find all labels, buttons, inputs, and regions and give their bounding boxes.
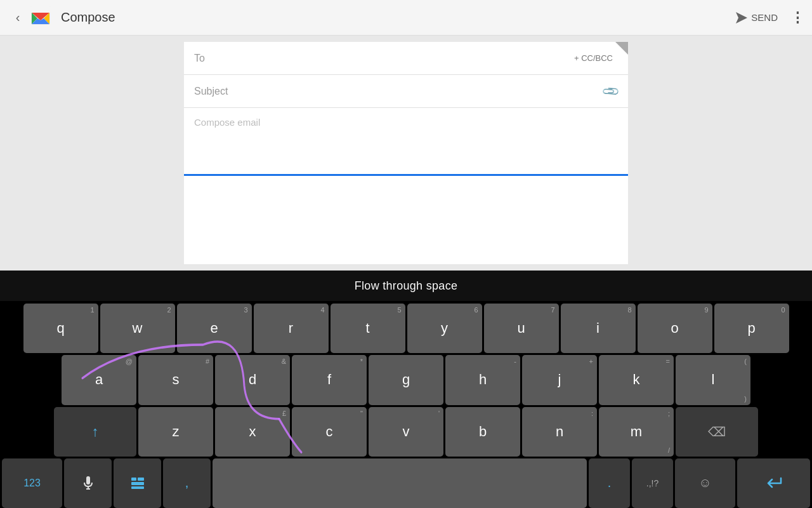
key-s[interactable]: #s bbox=[138, 355, 213, 404]
keyboard-keys: 1q 2w 3e 4r 5t 6y 7u 8i 9o 0p @a #s &d *… bbox=[0, 301, 812, 508]
key-t[interactable]: 5t bbox=[331, 304, 405, 353]
key-v[interactable]: 'v bbox=[369, 407, 443, 457]
emoji-key[interactable]: ☺ bbox=[675, 458, 735, 508]
attach-icon[interactable]: 📎 bbox=[601, 81, 620, 101]
key-row-3: ↑ z £x "c 'v b :n ;m/ ⌫ bbox=[2, 407, 810, 457]
to-input[interactable] bbox=[194, 44, 569, 73]
swipe-hint-bar: Flow through space bbox=[0, 271, 812, 301]
to-field-row: + CC/BCC bbox=[184, 42, 628, 75]
key-p[interactable]: 0p bbox=[714, 304, 789, 353]
svg-rect-7 bbox=[86, 476, 90, 485]
key-d[interactable]: &d bbox=[215, 355, 290, 404]
key-w[interactable]: 2w bbox=[100, 304, 175, 353]
key-e[interactable]: 3e bbox=[177, 304, 252, 353]
layout-icon bbox=[131, 478, 144, 489]
key-u[interactable]: 7u bbox=[484, 304, 559, 353]
key-k[interactable]: =k bbox=[599, 355, 674, 404]
cc-bcc-button[interactable]: + CC/BCC bbox=[569, 51, 618, 65]
back-button[interactable]: ‹ bbox=[8, 8, 28, 28]
mic-key[interactable] bbox=[64, 458, 112, 508]
key-n[interactable]: :n bbox=[522, 407, 597, 457]
svg-rect-10 bbox=[131, 478, 136, 481]
numbers-key[interactable]: 123 bbox=[2, 458, 62, 508]
svg-marker-6 bbox=[736, 12, 747, 23]
key-o[interactable]: 9o bbox=[638, 304, 712, 353]
key-r[interactable]: 4r bbox=[254, 304, 329, 353]
subject-input[interactable] bbox=[194, 77, 604, 106]
more-options-button[interactable]: ⋮ bbox=[790, 10, 804, 26]
key-g[interactable]: g bbox=[369, 355, 443, 404]
body-field-row bbox=[184, 108, 628, 176]
key-row-4: 123 bbox=[2, 458, 810, 508]
key-x[interactable]: £x bbox=[215, 407, 290, 457]
key-q[interactable]: 1q bbox=[23, 304, 98, 353]
keyboard-area: Flow through space 1q 2w 3e 4r 5t 6y 7u … bbox=[0, 271, 812, 508]
send-label: SEND bbox=[751, 12, 778, 23]
key-l[interactable]: (l) bbox=[676, 355, 750, 404]
symbols-key[interactable]: .,!? bbox=[632, 458, 673, 508]
compose-card: + CC/BCC 📎 bbox=[184, 42, 628, 264]
key-a[interactable]: @a bbox=[62, 355, 136, 404]
body-input[interactable] bbox=[194, 108, 618, 171]
mic-icon bbox=[83, 476, 93, 490]
top-bar: ‹ Compose SEND ⋮ bbox=[0, 0, 812, 36]
send-icon bbox=[736, 12, 747, 23]
key-f[interactable]: *f bbox=[292, 355, 367, 404]
gmail-icon bbox=[28, 5, 53, 30]
svg-rect-11 bbox=[138, 478, 144, 481]
key-row-1: 1q 2w 3e 4r 5t 6y 7u 8i 9o 0p bbox=[2, 304, 810, 353]
comma-key[interactable]: , bbox=[163, 458, 211, 508]
key-m[interactable]: ;m/ bbox=[599, 407, 674, 457]
compose-area: + CC/BCC 📎 bbox=[0, 36, 812, 271]
svg-rect-12 bbox=[131, 482, 144, 485]
key-i[interactable]: 8i bbox=[561, 304, 636, 353]
shift-key[interactable]: ↑ bbox=[54, 407, 136, 457]
layout-key[interactable] bbox=[114, 458, 161, 508]
numbers-label: 123 bbox=[23, 478, 41, 489]
period-key[interactable]: . bbox=[589, 458, 630, 508]
backspace-key[interactable]: ⌫ bbox=[676, 407, 758, 457]
svg-rect-13 bbox=[131, 486, 144, 489]
key-row-2: @a #s &d *f g -h +j =k (l) bbox=[2, 355, 810, 404]
key-j[interactable]: +j bbox=[522, 355, 597, 404]
key-z[interactable]: z bbox=[138, 407, 213, 457]
swipe-hint-text: Flow through space bbox=[355, 279, 458, 293]
enter-key[interactable] bbox=[737, 458, 810, 508]
key-c[interactable]: "c bbox=[292, 407, 367, 457]
enter-icon bbox=[766, 477, 782, 490]
keyboard-wrapper: Flow through space 1q 2w 3e 4r 5t 6y 7u … bbox=[0, 271, 812, 508]
key-y[interactable]: 6y bbox=[407, 304, 482, 353]
space-key[interactable] bbox=[213, 458, 587, 508]
key-b[interactable]: b bbox=[445, 407, 520, 457]
key-h[interactable]: -h bbox=[445, 355, 520, 404]
subject-field-row: 📎 bbox=[184, 75, 628, 108]
send-button[interactable]: SEND bbox=[736, 12, 778, 23]
page-title: Compose bbox=[61, 10, 736, 25]
